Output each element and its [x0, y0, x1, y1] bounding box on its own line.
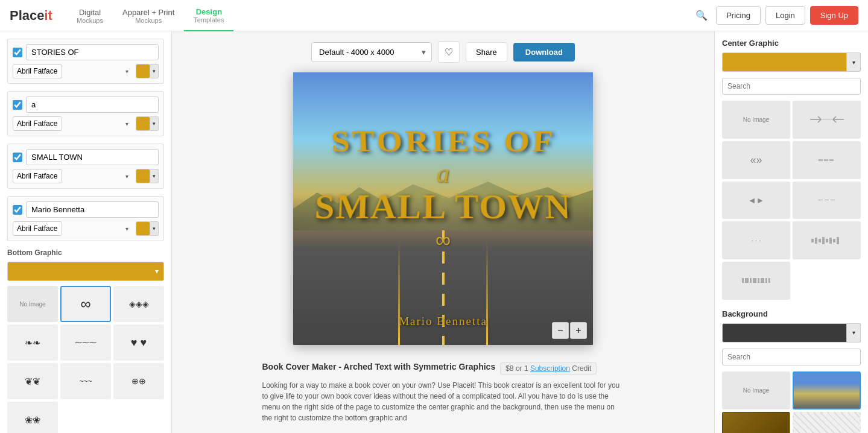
text-block-3-font-select[interactable]: Abril Fatface: [13, 169, 62, 183]
center-graphic-thumb-7[interactable]: [722, 262, 790, 300]
bottom-graphic-thumb-6[interactable]: ~~~: [60, 363, 111, 399]
text-block-1-color-swatch[interactable]: [136, 64, 150, 78]
center-graphic-no-image[interactable]: No Image: [722, 101, 790, 139]
text-block-3-input[interactable]: [26, 149, 159, 165]
text-block-4-font-select[interactable]: Abril Fatface: [13, 221, 62, 236]
svg-rect-9: [833, 239, 835, 242]
text-block-1-checkbox[interactable]: [13, 48, 22, 57]
text-block-3: Abril Fatface ▾: [7, 144, 164, 189]
description-title: Book Cover Maker - Arched Text with Symm…: [262, 362, 496, 371]
bottom-graphic-title: Bottom Graphic: [7, 248, 164, 257]
text-block-4-input[interactable]: [26, 201, 159, 218]
search-icon-button[interactable]: 🔍: [692, 6, 711, 25]
center-graphic-thumb-2[interactable]: ═══: [793, 141, 861, 179]
bg-road-thumb[interactable]: [793, 371, 861, 409]
bg-no-image[interactable]: No Image: [722, 371, 790, 409]
text-block-1-color-arrow[interactable]: ▾: [150, 64, 159, 78]
cover-text-author: Mario Bennetta: [293, 315, 593, 328]
pricing-button[interactable]: Pricing: [716, 6, 761, 25]
bottom-graphic-color-bar[interactable]: ▾: [7, 262, 164, 281]
bg-texture1-thumb[interactable]: [793, 412, 861, 433]
center-graphic-thumb-0[interactable]: [793, 101, 861, 139]
cover-text-a: a: [321, 158, 565, 190]
center-content: Default - 4000 x 4000 ♡ Share Download: [172, 31, 714, 433]
share-button[interactable]: Share: [466, 42, 507, 62]
background-color-wrapper: ▾: [722, 323, 861, 343]
logo[interactable]: Placeit: [10, 8, 52, 24]
text-block-3-checkbox[interactable]: [13, 153, 22, 162]
main-layout: Abril Fatface ▾ Abril Fatface: [0, 31, 868, 433]
text-block-2-color-swatch[interactable]: [136, 116, 150, 131]
cover-text-small-town: SMALL TOWN: [314, 190, 572, 224]
download-button[interactable]: Download: [513, 43, 575, 62]
text-block-4-color: ▾: [136, 221, 159, 236]
header: Placeit Digital Mockups Apparel + Print …: [0, 0, 868, 31]
bottom-graphic-thumb-1[interactable]: ◈◈◈: [113, 286, 164, 322]
text-block-2-color: ▾: [136, 116, 159, 131]
text-block-1-input[interactable]: [26, 44, 159, 60]
format-select-wrapper: Default - 4000 x 4000: [311, 42, 432, 62]
cover-graphic-symbol: ∞: [321, 227, 565, 253]
svg-rect-6: [822, 237, 825, 244]
login-button[interactable]: Login: [765, 6, 805, 25]
cover-overlay: STORIES OF a SMALL TOWN ∞: [293, 72, 593, 345]
center-graphic-color-bar[interactable]: [722, 52, 861, 72]
description-header: Book Cover Maker - Arched Text with Symm…: [262, 362, 624, 375]
description-area: Book Cover Maker - Arched Text with Symm…: [262, 355, 624, 423]
bottom-graphic-thumb-3[interactable]: ⁓⁓⁓: [60, 324, 111, 361]
text-block-3-color-arrow[interactable]: ▾: [150, 169, 159, 183]
nav-design[interactable]: Design Templates: [184, 0, 233, 31]
bg-arch-thumb[interactable]: [722, 412, 790, 433]
subscription-link[interactable]: Subscription: [530, 364, 570, 373]
svg-rect-15: [758, 278, 759, 283]
background-color-arrow[interactable]: ▾: [846, 323, 861, 343]
format-select[interactable]: Default - 4000 x 4000: [311, 42, 432, 62]
bottom-graphic-thumb-7[interactable]: ⊕⊕: [113, 363, 164, 399]
text-block-2-input[interactable]: [26, 96, 159, 113]
text-block-3-color: ▾: [136, 169, 159, 183]
text-block-4-color-arrow[interactable]: ▾: [150, 221, 159, 236]
background-search[interactable]: [722, 349, 861, 365]
center-graphic-thumb-3[interactable]: ◄►: [722, 182, 790, 220]
bottom-graphic-thumb-5[interactable]: ❦❦: [7, 363, 58, 399]
header-actions: 🔍 Pricing Login Sign Up: [692, 6, 858, 25]
center-graphic-thumb-1[interactable]: «»: [722, 141, 790, 179]
text-block-2-color-arrow[interactable]: ▾: [150, 116, 159, 131]
signup-button[interactable]: Sign Up: [810, 6, 858, 25]
center-graphic-color-wrapper: ▾: [722, 52, 861, 72]
text-block-2-checkbox[interactable]: [13, 100, 22, 110]
center-graphic-color-arrow[interactable]: ▾: [846, 52, 861, 72]
description-body: Looking for a way to make a book cover o…: [262, 380, 624, 423]
zoom-out-button[interactable]: −: [552, 322, 569, 339]
bottom-graphic-thumb-8[interactable]: ❀❀: [7, 402, 58, 433]
zoom-in-button[interactable]: +: [570, 322, 587, 339]
bottom-graphic-thumb-4[interactable]: ♥ ♥: [113, 324, 164, 361]
text-block-2-font-select[interactable]: Abril Fatface: [13, 116, 62, 131]
text-block-4-color-swatch[interactable]: [136, 221, 150, 236]
nav-apparel[interactable]: Apparel + Print Mockups: [113, 0, 184, 31]
text-block-2-font-wrapper: Abril Fatface: [13, 116, 132, 131]
background-color-bar[interactable]: [722, 323, 861, 343]
favorite-button[interactable]: ♡: [438, 41, 460, 63]
center-graphic-search[interactable]: [722, 78, 861, 95]
bottom-graphic-no-image[interactable]: No Image: [7, 286, 58, 322]
nav-digital[interactable]: Digital Mockups: [67, 0, 113, 31]
background-title: Background: [722, 309, 861, 318]
svg-rect-3: [811, 239, 814, 242]
text-block-4-checkbox[interactable]: [13, 205, 22, 215]
center-graphic-thumb-4[interactable]: ─ ─ ─: [793, 182, 861, 220]
svg-rect-8: [829, 238, 832, 244]
text-block-1-color: ▾: [136, 64, 159, 78]
svg-rect-7: [826, 239, 828, 242]
svg-rect-11: [742, 278, 744, 283]
left-sidebar: Abril Fatface ▾ Abril Fatface: [0, 31, 172, 433]
svg-rect-5: [819, 239, 821, 242]
bottom-graphic-thumb-0[interactable]: ∞: [60, 286, 111, 322]
text-block-1-font-select[interactable]: Abril Fatface: [13, 64, 62, 78]
bottom-graphic-thumb-2[interactable]: ❧❧: [7, 324, 58, 361]
svg-rect-12: [745, 278, 749, 283]
center-graphic-thumb-6[interactable]: [793, 221, 861, 259]
center-graphic-thumb-5[interactable]: · · ·: [722, 221, 790, 259]
text-block-3-color-swatch[interactable]: [136, 169, 150, 183]
svg-rect-13: [750, 278, 752, 283]
